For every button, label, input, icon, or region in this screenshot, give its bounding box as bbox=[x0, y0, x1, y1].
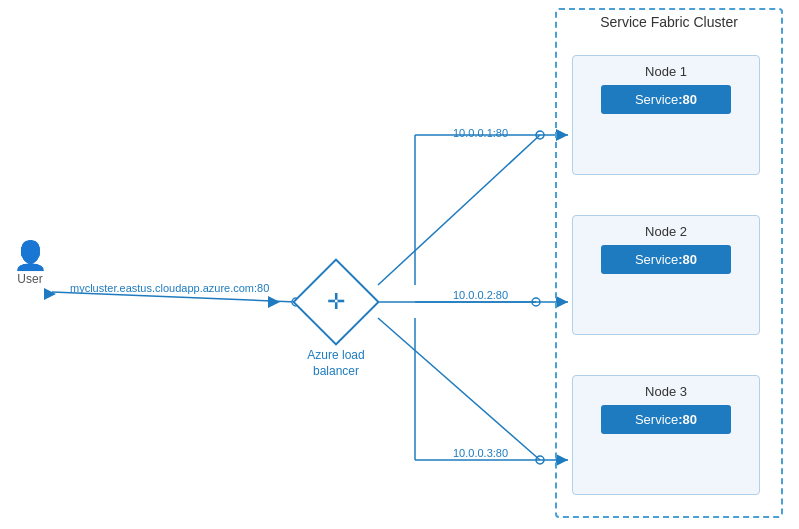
svg-point-8 bbox=[532, 298, 540, 306]
user-icon: 👤 bbox=[10, 242, 50, 270]
svg-point-12 bbox=[536, 456, 544, 464]
node-1-title: Node 1 bbox=[573, 56, 759, 85]
url-label: mycluster.eastus.cloudapp.azure.com:80 bbox=[70, 282, 269, 294]
lb-label: Azure loadbalancer bbox=[290, 348, 382, 379]
diagram: 👤 User mycluster.eastus.cloudapp.azure.c… bbox=[0, 0, 799, 529]
ip-label-1: 10.0.0.1:80 bbox=[453, 127, 508, 139]
node-2-service-port: :80 bbox=[678, 252, 697, 267]
node-1-service-port: :80 bbox=[678, 92, 697, 107]
node-3-service-port: :80 bbox=[678, 412, 697, 427]
svg-line-3 bbox=[378, 135, 540, 285]
node-1-service: Service :80 bbox=[601, 85, 731, 114]
node-1-box: Node 1 Service :80 bbox=[572, 55, 760, 175]
svg-marker-2 bbox=[268, 296, 280, 308]
svg-marker-20 bbox=[44, 288, 56, 300]
node-2-box: Node 2 Service :80 bbox=[572, 215, 760, 335]
node-3-title: Node 3 bbox=[573, 376, 759, 405]
node-3-service-label: Service bbox=[635, 412, 678, 427]
user-label: User bbox=[10, 272, 50, 286]
node-3-service: Service :80 bbox=[601, 405, 731, 434]
node-2-service-label: Service bbox=[635, 252, 678, 267]
node-2-service: Service :80 bbox=[601, 245, 731, 274]
cluster-label: Service Fabric Cluster bbox=[555, 8, 783, 30]
svg-line-11 bbox=[378, 318, 540, 460]
load-balancer-icon: ✛ bbox=[296, 262, 376, 342]
ip-label-2: 10.0.0.2:80 bbox=[453, 289, 508, 301]
user-actor: 👤 User bbox=[10, 242, 50, 286]
node-1-service-label: Service bbox=[635, 92, 678, 107]
lb-diamond-shape: ✛ bbox=[292, 258, 380, 346]
svg-point-4 bbox=[536, 131, 544, 139]
ip-label-3: 10.0.0.3:80 bbox=[453, 447, 508, 459]
node-3-box: Node 3 Service :80 bbox=[572, 375, 760, 495]
node-2-title: Node 2 bbox=[573, 216, 759, 245]
lb-cross-icon: ✛ bbox=[327, 291, 345, 313]
